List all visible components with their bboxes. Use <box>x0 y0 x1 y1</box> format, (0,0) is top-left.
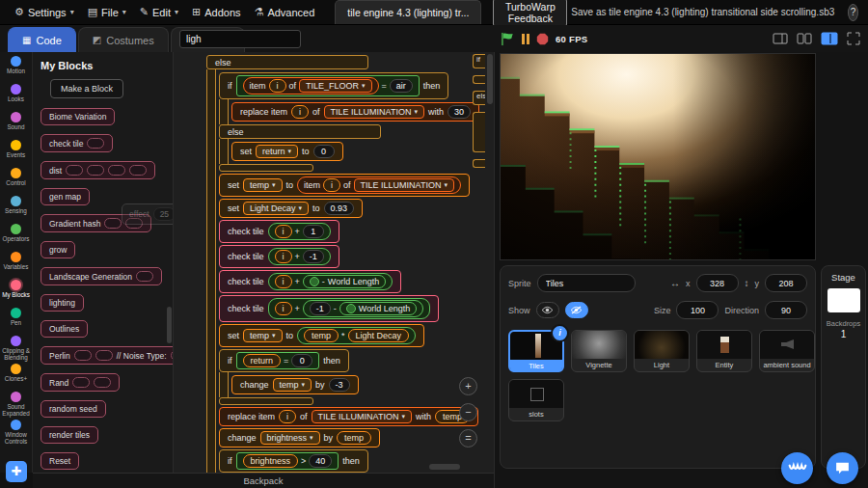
script-block[interactable]: setLight Decay▾to0.93 <box>219 199 363 218</box>
value-input[interactable]: 1 <box>303 225 324 238</box>
clipped-block-fragment[interactable] <box>473 75 485 84</box>
dropdown-light-decay[interactable]: Light Decay▾ <box>243 202 309 215</box>
reporter-expression[interactable]: itemiofTILE ILLUMINATION▾ <box>297 176 461 194</box>
palette-block-reset[interactable]: Reset <box>41 452 79 470</box>
category-sound[interactable]: Sound <box>0 112 33 140</box>
value-input[interactable]: -3 <box>329 378 350 392</box>
argument-slot[interactable] <box>74 350 92 361</box>
tab-costumes[interactable]: ◩Costumes <box>78 27 169 52</box>
reporter-expression[interactable]: i+-1 <box>268 248 331 265</box>
pause-icon[interactable] <box>522 34 529 44</box>
code-vertical-scrollbar[interactable] <box>487 54 493 104</box>
sprite-card-ambient-sound[interactable]: ambient sound <box>759 330 815 372</box>
dropdown-brightness[interactable]: brightness▾ <box>260 431 320 445</box>
menu-addons[interactable]: ⊞Addons <box>185 0 248 25</box>
value-input[interactable]: 0 <box>313 145 335 158</box>
turbowarp-mascot-button[interactable] <box>781 452 813 484</box>
category-sensing[interactable]: Sensing <box>0 196 33 224</box>
boolean-expression[interactable]: itemiofTILE_FLOOR▾=air <box>236 75 420 96</box>
palette-block-rand[interactable]: Rand <box>41 373 120 392</box>
argument-slot[interactable] <box>66 165 83 176</box>
clipped-block-fragment[interactable] <box>473 159 485 168</box>
script-block[interactable]: check tilei+-World Length <box>219 270 401 293</box>
show-sprite-button[interactable] <box>536 302 559 318</box>
tab-code[interactable]: ▦Code <box>8 27 76 52</box>
category-control[interactable]: Control <box>0 168 33 196</box>
if-block[interactable]: ifitemiofTILE_FLOOR▾=airthenreplace item… <box>219 71 479 173</box>
variable-i[interactable]: i <box>279 410 296 423</box>
split-stage-layout-icon[interactable] <box>797 33 812 44</box>
category-variables[interactable]: Variables <box>0 252 33 280</box>
variable-i[interactable]: i <box>291 105 309 119</box>
size-input[interactable] <box>676 301 719 319</box>
script-block[interactable]: check tilei+-1 <box>219 245 339 268</box>
palette-block-random-seed[interactable]: random seed <box>41 400 106 418</box>
variable-i[interactable]: i <box>275 275 292 288</box>
reporter-expression[interactable]: temp*Light Decay <box>297 327 416 344</box>
help-button[interactable]: ? <box>848 4 858 21</box>
variable-light-decay[interactable]: Light Decay <box>348 329 410 342</box>
else-strip[interactable]: else <box>219 124 381 139</box>
category-my-blocks[interactable]: My Blocks <box>0 280 33 308</box>
palette-block-gen-map[interactable]: gen map <box>41 188 90 205</box>
zoom-out-button[interactable]: − <box>459 403 477 421</box>
save-status-text[interactable]: Save as tile engine 4.3 (lighting) trans… <box>571 7 834 17</box>
sprite-card-entity[interactable]: Entity <box>696 330 752 372</box>
sprite-card-slots[interactable]: slots <box>508 379 564 421</box>
script-block[interactable]: settemp▾totemp*Light Decay <box>219 324 424 347</box>
reporter-expression[interactable]: -World Length <box>303 275 386 288</box>
palette-block-biome-variation[interactable]: Biome Variation <box>41 108 115 125</box>
reporter-expression[interactable]: World Length <box>339 302 417 315</box>
zoom-reset-button[interactable]: = <box>459 429 477 447</box>
reporter-expression[interactable]: itemiofTILE_FLOOR▾ <box>243 77 379 95</box>
category-operators[interactable]: Operators <box>0 224 33 252</box>
script-block[interactable]: changebrightness▾bytemp <box>219 428 380 447</box>
reporter-expression[interactable]: i+-World Length <box>268 273 393 290</box>
argument-slot[interactable] <box>87 138 104 149</box>
menu-edit[interactable]: ✎Edit▾ <box>133 0 185 25</box>
small-stage-layout-icon[interactable] <box>773 33 788 44</box>
dropdown-tile-illumination[interactable]: TILE ILLUMINATION▾ <box>324 105 424 119</box>
clipped-block-fragment[interactable]: else <box>473 91 485 105</box>
script-block[interactable]: check tilei+-1-World Length <box>219 295 439 322</box>
value-input[interactable]: 30 <box>448 105 471 119</box>
code-horizontal-scrollbar[interactable] <box>429 464 460 470</box>
if-block-header[interactable]: ifitemiofTILE_FLOOR▾=airthen <box>219 72 448 99</box>
variable-i[interactable]: i <box>323 178 340 192</box>
zoom-in-button[interactable]: + <box>459 377 477 395</box>
y-position-input[interactable] <box>765 274 807 292</box>
x-position-input[interactable] <box>696 274 739 292</box>
variable-brightness[interactable]: brightness <box>243 454 299 468</box>
palette-block-render-tiles[interactable]: render tiles <box>41 426 98 444</box>
palette-scrollbar[interactable] <box>167 307 172 343</box>
dropdown-tile-floor[interactable]: TILE_FLOOR▾ <box>299 79 372 93</box>
sprite-card-tiles[interactable]: Tilesi <box>508 330 564 372</box>
hide-sprite-button[interactable] <box>565 302 588 318</box>
fullscreen-icon[interactable] <box>847 32 860 45</box>
sprite-card-vignette[interactable]: Vignette <box>571 330 627 372</box>
value-input[interactable]: -1 <box>303 250 324 263</box>
palette-block-check-tile[interactable]: check tile <box>41 134 113 152</box>
value-input[interactable]: 0 <box>291 354 312 367</box>
script-block[interactable]: replace itemiofTILE ILLUMINATION▾withtem… <box>219 407 478 426</box>
variable-temp[interactable]: temp <box>304 329 339 342</box>
backdrop-thumbnail[interactable] <box>827 288 860 312</box>
direction-input[interactable] <box>765 301 807 319</box>
menu-advanced[interactable]: ⚗Advanced <box>248 0 322 25</box>
dropdown-temp[interactable]: temp▾ <box>273 378 312 392</box>
add-extension-button[interactable]: ✚ <box>6 461 27 482</box>
else-strip[interactable]: else <box>206 55 368 69</box>
sprite-info-badge[interactable]: i <box>551 324 569 342</box>
palette-block-effect-dimmed[interactable]: effect 25 <box>122 203 174 225</box>
menu-file[interactable]: ▤File▾ <box>81 0 133 25</box>
palette-block-lighting[interactable]: lighting <box>41 294 84 312</box>
stop-icon[interactable] <box>536 33 549 45</box>
value-input[interactable]: air <box>390 79 413 93</box>
value-input[interactable]: 40 <box>309 454 332 468</box>
variable-temp[interactable]: temp <box>337 431 371 445</box>
clipped-block-fragment[interactable]: if <box>473 54 485 68</box>
category-clipping-blending[interactable]: Clipping & Blending <box>0 336 33 364</box>
menu-settings[interactable]: ⚙Settings▾ <box>8 0 81 25</box>
palette-block-grow[interactable]: grow <box>41 241 75 258</box>
clipped-block-fragment[interactable] <box>473 112 485 152</box>
